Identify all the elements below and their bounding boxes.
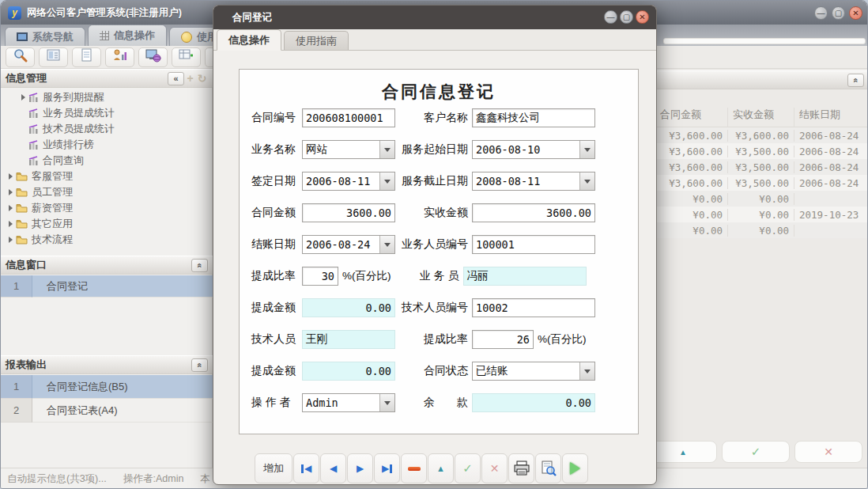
- monitor-button[interactable]: [138, 47, 168, 67]
- print-preview-button[interactable]: [535, 453, 561, 483]
- first-record-button[interactable]: ◀: [293, 453, 319, 483]
- chevron-down-icon[interactable]: [379, 394, 394, 411]
- collapse-panel-icon[interactable]: «: [191, 259, 208, 272]
- collapse-sidebar-icon[interactable]: «: [168, 72, 184, 85]
- tree-item-服务到期提醒[interactable]: 服务到期提醒: [1, 89, 213, 105]
- background-cancel-button[interactable]: ✕: [794, 441, 862, 463]
- minimize-icon[interactable]: —: [814, 6, 828, 20]
- form-row: 操 作 者Admin余 款0.00: [240, 387, 638, 419]
- report-icon: [28, 93, 39, 103]
- contract-status-select[interactable]: 已结账: [472, 362, 595, 381]
- table-add-button[interactable]: [172, 47, 201, 67]
- tree-item-技术流程[interactable]: 技术流程: [1, 232, 213, 248]
- expand-arrow-icon[interactable]: [9, 189, 13, 195]
- operator-select[interactable]: Admin: [302, 393, 395, 412]
- row-number: 1: [1, 375, 32, 399]
- table-row[interactable]: ¥3,600.00¥3,500.002006-08-24: [655, 143, 868, 159]
- contract-amount-field[interactable]: 3600.00: [302, 203, 395, 222]
- dialog-tab-使用指南[interactable]: 使用指南: [284, 31, 349, 50]
- received-amount-field[interactable]: 3600.00: [472, 203, 595, 222]
- chevron-down-icon[interactable]: [579, 141, 594, 158]
- settle-date-select[interactable]: 2006-08-24: [302, 235, 395, 254]
- business-name-select[interactable]: 网站: [302, 140, 395, 159]
- execute-button[interactable]: [562, 453, 588, 483]
- search-button[interactable]: [6, 47, 35, 67]
- technician-id-field[interactable]: 10002: [472, 298, 595, 317]
- chevron-down-icon[interactable]: [379, 172, 394, 190]
- technician-field[interactable]: 王刚: [302, 330, 395, 349]
- tree-item-员工管理[interactable]: 员工管理: [1, 184, 213, 200]
- window-title: 网络公司客户管理系统(非注册用户): [27, 6, 182, 20]
- dialog-maximize-icon[interactable]: ▢: [620, 10, 633, 24]
- add-button[interactable]: 增加: [255, 453, 292, 483]
- table-row[interactable]: ¥3,600.00¥3,600.002006-08-24: [655, 127, 868, 143]
- dialog-close-icon[interactable]: ✕: [636, 10, 649, 24]
- report-icon: [28, 108, 39, 119]
- column-header[interactable]: 合同金额: [655, 108, 728, 127]
- service-start-date-select[interactable]: 2006-08-10: [472, 140, 595, 159]
- report-icon: [28, 156, 39, 166]
- table-row[interactable]: ¥3,600.00¥3,500.002006-08-24: [655, 159, 868, 175]
- tree-item-薪资管理[interactable]: 薪资管理: [1, 200, 213, 216]
- list-item-合同登记[interactable]: 1合同登记: [1, 275, 213, 298]
- form-button[interactable]: [39, 47, 68, 67]
- table-row[interactable]: ¥0.00¥0.00: [655, 222, 868, 238]
- background-edit-button[interactable]: ▲: [649, 441, 717, 463]
- service-end-date-select[interactable]: 2008-08-11: [472, 172, 595, 191]
- chevron-down-icon[interactable]: [379, 141, 394, 158]
- form-row: 提成金额0.00合同状态已结账: [240, 355, 638, 387]
- collapse-panel-icon[interactable]: «: [191, 358, 208, 372]
- chevron-down-icon[interactable]: [379, 236, 394, 253]
- status-auto-hint: 自动提示信息(共3项)...: [7, 472, 107, 486]
- dialog-tab-信息操作[interactable]: 信息操作: [217, 29, 281, 51]
- expand-arrow-icon[interactable]: [9, 221, 13, 227]
- tech-commission-rate-field[interactable]: 26: [472, 330, 534, 349]
- customer-name-field[interactable]: 鑫鑫科技公司: [472, 108, 595, 127]
- table-row[interactable]: ¥3,600.00¥3,500.002006-08-24: [655, 175, 868, 191]
- column-header[interactable]: 实收金额: [728, 108, 794, 127]
- print-button[interactable]: [508, 453, 534, 483]
- expand-arrow-icon[interactable]: [9, 205, 13, 211]
- chevron-down-icon[interactable]: [579, 362, 594, 380]
- sales-commission-rate-field[interactable]: 30: [302, 267, 338, 286]
- expand-arrow-icon[interactable]: [21, 94, 25, 100]
- list-item-合同登记表(A4)[interactable]: 2合同登记表(A4): [1, 399, 213, 423]
- tab-信息操作[interactable]: 信息操作: [88, 25, 167, 46]
- chevron-down-icon[interactable]: [579, 172, 594, 190]
- balance-field[interactable]: 0.00: [472, 393, 595, 412]
- tab-系统导航[interactable]: 系统导航: [5, 27, 85, 46]
- background-confirm-button[interactable]: ✓: [722, 441, 790, 463]
- last-record-button[interactable]: ▶: [374, 453, 400, 483]
- document-button[interactable]: [72, 47, 101, 67]
- tree-item-技术员提成统计[interactable]: 技术员提成统计: [1, 121, 213, 137]
- salesperson-field[interactable]: 冯丽: [463, 267, 587, 286]
- user-stats-button[interactable]: [105, 47, 134, 67]
- edit-record-button[interactable]: ▲: [428, 453, 454, 483]
- cancel-button[interactable]: ✕: [481, 453, 508, 483]
- contract-no-field[interactable]: 200608100001: [302, 108, 395, 127]
- table-row[interactable]: ¥0.00¥0.002019-10-23: [655, 207, 868, 222]
- tech-commission-amount-field[interactable]: 0.00: [302, 362, 395, 381]
- column-header[interactable]: 结账日期: [794, 108, 868, 127]
- table-row[interactable]: ¥0.00¥0.00: [655, 191, 868, 207]
- expand-arrow-icon[interactable]: [9, 237, 13, 243]
- sales-commission-amount-field[interactable]: 0.00: [302, 298, 395, 317]
- sign-date-select[interactable]: 2006-08-11: [302, 172, 395, 191]
- prev-record-button[interactable]: ◀: [320, 453, 346, 483]
- tree-item-业务员提成统计[interactable]: 业务员提成统计: [1, 105, 213, 121]
- tree-item-客服管理[interactable]: 客服管理: [1, 169, 213, 184]
- salesperson-label: 业 务 员: [391, 269, 459, 283]
- maximize-icon[interactable]: ▢: [832, 6, 845, 20]
- dialog-minimize-icon[interactable]: —: [604, 10, 617, 24]
- expand-arrow-icon[interactable]: [9, 173, 13, 180]
- salesperson-id-field[interactable]: 100001: [472, 235, 595, 254]
- collapse-grid-icon[interactable]: «: [847, 74, 864, 87]
- close-icon[interactable]: ✕: [849, 6, 862, 20]
- tree-item-业绩排行榜[interactable]: 业绩排行榜: [1, 137, 213, 153]
- list-item-合同登记信息(B5)[interactable]: 1合同登记信息(B5): [1, 375, 213, 399]
- delete-record-button[interactable]: [401, 453, 427, 483]
- tree-item-合同查询[interactable]: 合同查询: [1, 153, 213, 169]
- tree-item-其它应用[interactable]: 其它应用: [1, 216, 213, 232]
- confirm-button[interactable]: ✓: [455, 453, 481, 483]
- next-record-button[interactable]: ▶: [347, 453, 373, 483]
